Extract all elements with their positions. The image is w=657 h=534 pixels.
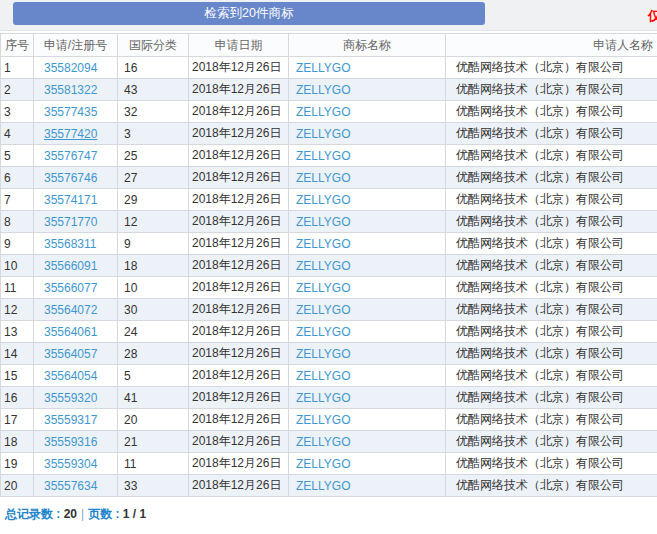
mark-name-link[interactable]: ZELLYGO [296, 303, 350, 317]
mark-name-link[interactable]: ZELLYGO [296, 369, 350, 383]
application-number-link[interactable]: 35559316 [44, 435, 97, 449]
reg-no-cell: 35564072 [34, 299, 118, 321]
app-date-cell: 2018年12月26日 [189, 189, 289, 211]
application-number-link[interactable]: 35577435 [44, 105, 97, 119]
mark-name-cell: ZELLYGO [289, 189, 446, 211]
mark-name-link[interactable]: ZELLYGO [296, 127, 350, 141]
application-number-link[interactable]: 35564054 [44, 369, 97, 383]
mark-name-link[interactable]: ZELLYGO [296, 171, 350, 185]
application-number-link[interactable]: 35574171 [44, 193, 97, 207]
mark-name-cell: ZELLYGO [289, 409, 446, 431]
app-date-cell: 2018年12月26日 [189, 365, 289, 387]
mark-name-link[interactable]: ZELLYGO [296, 479, 350, 493]
application-number-link[interactable]: 35559317 [44, 413, 97, 427]
mark-name-link[interactable]: ZELLYGO [296, 61, 350, 75]
application-number-link[interactable]: 35564061 [44, 325, 97, 339]
intl-class-cell: 28 [118, 343, 189, 365]
pagination-summary: 总记录数 : 20|页数 : 1 / 1 [5, 506, 657, 523]
mark-name-link[interactable]: ZELLYGO [296, 259, 350, 273]
reg-no-cell: 35576747 [34, 145, 118, 167]
seq-cell: 4 [1, 123, 34, 145]
reg-no-cell: 35559304 [34, 453, 118, 475]
application-number-link[interactable]: 35559304 [44, 457, 97, 471]
mark-name-link[interactable]: ZELLYGO [296, 281, 350, 295]
applicant-cell: 优酷网络技术（北京）有限公司 [446, 101, 657, 123]
applicant-cell: 优酷网络技术（北京）有限公司 [446, 255, 657, 277]
application-number-link[interactable]: 35576746 [44, 171, 97, 185]
intl-class-cell: 12 [118, 211, 189, 233]
table-row: 1635559320412018年12月26日ZELLYGO优酷网络技术（北京）… [1, 387, 657, 409]
application-number-link[interactable]: 35581322 [44, 83, 97, 97]
application-number-link[interactable]: 35577420 [44, 127, 97, 141]
applicant-cell: 优酷网络技术（北京）有限公司 [446, 211, 657, 233]
application-number-link[interactable]: 35566091 [44, 259, 97, 273]
reg-no-cell: 35557634 [34, 475, 118, 497]
reg-no-cell: 35559320 [34, 387, 118, 409]
app-date-cell: 2018年12月26日 [189, 387, 289, 409]
app-date-cell: 2018年12月26日 [189, 409, 289, 431]
application-number-link[interactable]: 35566077 [44, 281, 97, 295]
mark-name-link[interactable]: ZELLYGO [296, 193, 350, 207]
search-result-count-button[interactable]: 检索到20件商标 [13, 2, 485, 25]
mark-name-link[interactable]: ZELLYGO [296, 413, 350, 427]
intl-class-cell: 33 [118, 475, 189, 497]
pages-value: 1 / 1 [123, 507, 146, 521]
mark-name-link[interactable]: ZELLYGO [296, 237, 350, 251]
reg-no-cell: 35564057 [34, 343, 118, 365]
reg-no-cell: 35566091 [34, 255, 118, 277]
table-row: 535576747252018年12月26日ZELLYGO优酷网络技术（北京）有… [1, 145, 657, 167]
applicant-cell: 优酷网络技术（北京）有限公司 [446, 167, 657, 189]
intl-class-cell: 29 [118, 189, 189, 211]
mark-name-link[interactable]: ZELLYGO [296, 391, 350, 405]
table-row: 735574171292018年12月26日ZELLYGO优酷网络技术（北京）有… [1, 189, 657, 211]
reg-no-cell: 35564061 [34, 321, 118, 343]
intl-class-cell: 43 [118, 79, 189, 101]
mark-name-link[interactable]: ZELLYGO [296, 325, 350, 339]
application-number-link[interactable]: 35564057 [44, 347, 97, 361]
mark-name-link[interactable]: ZELLYGO [296, 149, 350, 163]
app-date-cell: 2018年12月26日 [189, 233, 289, 255]
reg-no-cell: 35582094 [34, 57, 118, 79]
application-number-link[interactable]: 35576747 [44, 149, 97, 163]
table-row: 93556831192018年12月26日ZELLYGO优酷网络技术（北京）有限… [1, 233, 657, 255]
table-row: 1835559316212018年12月26日ZELLYGO优酷网络技术（北京）… [1, 431, 657, 453]
applicant-cell: 优酷网络技术（北京）有限公司 [446, 189, 657, 211]
application-number-link[interactable]: 35564072 [44, 303, 97, 317]
mark-name-cell: ZELLYGO [289, 123, 446, 145]
applicant-cell: 优酷网络技术（北京）有限公司 [446, 145, 657, 167]
app-date-cell: 2018年12月26日 [189, 255, 289, 277]
intl-class-cell: 5 [118, 365, 189, 387]
seq-cell: 16 [1, 387, 34, 409]
applicant-cell: 优酷网络技术（北京）有限公司 [446, 409, 657, 431]
pages-label: 页数 [88, 507, 112, 521]
column-header-app-date: 申请日期 [189, 34, 289, 57]
app-date-cell: 2018年12月26日 [189, 299, 289, 321]
total-records-value: 20 [64, 507, 77, 521]
application-number-link[interactable]: 35568311 [44, 237, 97, 251]
reg-no-cell: 35571770 [34, 211, 118, 233]
app-date-cell: 2018年12月26日 [189, 431, 289, 453]
applicant-cell: 优酷网络技术（北京）有限公司 [446, 123, 657, 145]
seq-cell: 11 [1, 277, 34, 299]
column-header-seq: 序号 [1, 34, 34, 57]
application-number-link[interactable]: 35571770 [44, 215, 97, 229]
applicant-cell: 优酷网络技术（北京）有限公司 [446, 475, 657, 497]
intl-class-cell: 30 [118, 299, 189, 321]
mark-name-link[interactable]: ZELLYGO [296, 347, 350, 361]
applicant-cell: 优酷网络技术（北京）有限公司 [446, 299, 657, 321]
app-date-cell: 2018年12月26日 [189, 79, 289, 101]
mark-name-link[interactable]: ZELLYGO [296, 83, 350, 97]
mark-name-link[interactable]: ZELLYGO [296, 215, 350, 229]
application-number-link[interactable]: 35559320 [44, 391, 97, 405]
applicant-cell: 优酷网络技术（北京）有限公司 [446, 431, 657, 453]
application-number-link[interactable]: 35557634 [44, 479, 97, 493]
reg-no-cell: 35576746 [34, 167, 118, 189]
intl-class-cell: 20 [118, 409, 189, 431]
reg-no-cell: 35568311 [34, 233, 118, 255]
reg-no-cell: 35577435 [34, 101, 118, 123]
seq-cell: 7 [1, 189, 34, 211]
mark-name-link[interactable]: ZELLYGO [296, 435, 350, 449]
mark-name-link[interactable]: ZELLYGO [296, 457, 350, 471]
application-number-link[interactable]: 35582094 [44, 61, 97, 75]
mark-name-link[interactable]: ZELLYGO [296, 105, 350, 119]
